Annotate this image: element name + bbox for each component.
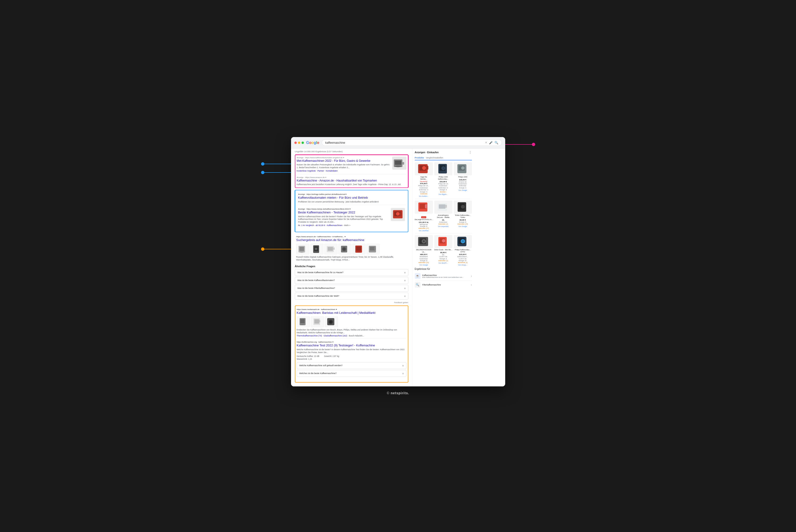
product-aromadegano-seller[interactable]: Von weparado (434, 226, 452, 227)
amazon-product-img-3 (324, 244, 338, 254)
product-philips1-price: 233,99 € (434, 180, 452, 183)
ad-links-1: Kostenlose Angebote · Partner · Kontaktd… (297, 170, 390, 172)
shop-product-delonghi[interactable]: SALE DeLonghi ECOV311.A... 131,28 € Id. … (415, 201, 433, 231)
sidebar-ads-title: Anzeigen · Einkaufen (415, 151, 439, 154)
product-philips1-seller[interactable]: Von Bigalu... (434, 193, 452, 195)
tab-products[interactable]: Produkte (415, 156, 424, 160)
shop-product-img-delonghi2 (415, 235, 433, 248)
svg-point-10 (299, 251, 304, 253)
amazon-url: https://www.amazon.de › kaffeemaschine ›… (296, 235, 407, 238)
shop-product-sage[interactable]: Sage theBarista... Neuwertig! 579,99 € P… (415, 162, 433, 197)
svg-point-28 (301, 324, 304, 325)
search-bar[interactable]: kaffeemaschine ✕ 🎤 🔍 (322, 139, 502, 146)
product-delonghi2-price: 489,93 € (415, 253, 433, 255)
svg-rect-15 (328, 247, 333, 251)
koffemachine-specs: Geräusche Kaffee: 10 dB Gewicht: 2,87 kg (297, 355, 406, 358)
close-button[interactable] (295, 141, 297, 144)
shop-product-img-delonghi (415, 201, 433, 214)
product-philips2-sub: Amazon.deKostenloserEntfernbarEnergie: A (454, 181, 472, 189)
svg-rect-9 (299, 247, 304, 251)
filter-coffee-icon: 🔍 (415, 282, 420, 288)
product-tchibo-price: 69,99 € (454, 219, 472, 221)
paa-title: Ähnliche Fragen (295, 265, 409, 268)
browser-window-controls (295, 141, 304, 144)
amazon-title[interactable]: Suchergebnis auf Amazon.de für: kaffeema… (296, 238, 407, 242)
product-delonghi2-seller[interactable]: Von Google (415, 264, 433, 266)
svg-point-61 (442, 239, 445, 243)
shop-product-philips-vollaut[interactable]: Philips Kaffeevollau... OTTO 615,00 € ka… (454, 235, 472, 266)
koffemachine-q1: Welche Kaffeemaschine soll gekauft werde… (299, 364, 343, 367)
ad-title-4[interactable]: Beste Kaffeemaschinen - Testsieger 2022 (298, 211, 389, 215)
shop-product-delonghi2[interactable]: DELONGHI EC9155 La... 489,93 € MediaMark… (415, 235, 433, 266)
koffemachine-faq-2[interactable]: Welches ist die beste Kaffeemaschine? ∨ (297, 370, 406, 377)
koffemachine-faq-1[interactable]: Welche Kaffeemaschine soll gekauft werde… (297, 362, 406, 369)
spec-weight: Gewicht: 2,87 kg (324, 355, 339, 358)
mediamarkt-title[interactable]: Kaffeemaschinen: Baristas mit Leidenscha… (297, 311, 406, 315)
kp-arrow-1: › (471, 275, 472, 278)
ad-item-1: Anzeige · https://www.kaffeevollautomate… (297, 156, 406, 174)
ad-item-3: Anzeige · https://anfrage.kaffee-partner… (297, 192, 406, 205)
shop-product-aromadegano[interactable]: AromaDegano DeLuxe... Melitta 16, Kosten… (434, 201, 452, 231)
maximize-button[interactable] (302, 141, 304, 144)
product-philips-vollaut-seller[interactable]: Von shopp... (454, 264, 472, 266)
shop-product-tchibo[interactable]: Tchibo Kaffeevollau... Tchibo 69,99 € En… (454, 201, 472, 231)
amazon-product-img-1 (296, 244, 309, 254)
paa-item-3[interactable]: Was ist die beste Filterkaffeemaschine? … (295, 285, 409, 292)
sidebar-tabs: Produkte Vergleichstabellen (415, 156, 472, 160)
mediamarkt-links: Thermokaffeemaschine (74) · Glaskaffeema… (297, 335, 406, 337)
shop-product-dolcegusto[interactable]: Dolce Gusto - Mini Me... 35,99 € Var.-13… (434, 235, 452, 266)
blue-left-border (295, 190, 295, 232)
shop-product-philips2[interactable]: Philips 2200 218,00 € Amazon.deKostenlos… (454, 162, 472, 197)
paa-question-1: Was ist die beste Kaffeemaschine für zu … (298, 271, 344, 273)
sidebar-ads-header: Anzeigen · Einkaufen ⋮ (415, 150, 472, 154)
microphone-icon[interactable]: 🎤 (489, 141, 493, 145)
paa-item-2[interactable]: Was ist die beste Kaffeevollautomaten? ∨ (295, 277, 409, 284)
amazon-product-3 (324, 244, 338, 254)
shopping-grid-row2: SALE DeLonghi ECOV311.A... 131,28 € Id. … (415, 201, 472, 231)
kp-item-kaffeemaschine[interactable]: ☕ Kaffeemaschine Eine Kaffeemaschine ist… (415, 272, 472, 281)
feedback-link[interactable]: Feedback geben (295, 301, 409, 304)
pink-border-right (408, 155, 409, 188)
mm-product-img-2 (311, 317, 324, 327)
tab-comparison[interactable]: Vergleichstabellen (426, 156, 443, 160)
product-philips2-seller[interactable]: Von Google (454, 189, 472, 191)
sale-badge-delonghi: SALE (421, 216, 426, 218)
amazon-result: https://www.amazon.de › kaffeemaschine ›… (295, 234, 409, 263)
ad-title-2[interactable]: Kaffeemaschine - Amazon.de - Haushaltsar… (297, 179, 406, 183)
mm-product-1 (297, 317, 310, 327)
ad-desc-3: Profitieren Sie von unserer persönlichen… (298, 201, 405, 204)
svg-rect-38 (426, 166, 428, 170)
amazon-product-6 (366, 244, 380, 254)
ad-title-3[interactable]: Kaffeevollautomaten mieten - Für Büro un… (298, 196, 405, 200)
kp-item-filterkaffeemaschine[interactable]: 🔍 Filterkaffeemaschine › (415, 281, 472, 289)
ad-title-1[interactable]: Met-Kaffeemaschinen 2022 - Für Büro, Gas… (297, 159, 390, 163)
chevron-down-icon-3: ∨ (404, 287, 406, 289)
spec-noise: Geräusche Kaffee: 10 dB (297, 355, 319, 358)
svg-rect-51 (445, 205, 447, 208)
blue-section: Anzeige · https://anfrage.kaffee-partner… (295, 190, 409, 232)
mediamarkt-products (297, 317, 406, 327)
annotation-line-blue2 (263, 172, 291, 173)
ad-desc-2: Kaffeemaschine jetzt bestellen! Kostenlo… (297, 183, 406, 186)
product-sage-seller[interactable]: Von Auklen... (415, 195, 433, 197)
minimize-button[interactable] (298, 141, 300, 144)
clear-icon[interactable]: ✕ (485, 141, 487, 144)
product-philips1-stars: ★★★★☆ (434, 191, 452, 193)
product-delonghi-seller[interactable]: Von JetoPlan (415, 230, 433, 231)
shop-product-philips1[interactable]: Philips 2200 Kaffeevollau... 233,99 € Ph… (434, 162, 452, 197)
product-sage-name: Sage theBarista... (415, 176, 433, 180)
product-aromadegano-price: 16, (434, 219, 452, 221)
product-dolcegusto-seller[interactable]: Von BestPr... (434, 262, 452, 264)
paa-question-3: Was ist die beste Filterkaffeemaschine? (298, 287, 335, 289)
koffemachine-title[interactable]: Kaffeemaschine Test 2022 (9) Testsieger!… (297, 344, 406, 348)
chevron-down-icon-2: ∨ (404, 279, 406, 282)
paa-item-1[interactable]: Was ist die beste Kaffeemaschine für zu … (295, 269, 409, 276)
mm-product-2 (311, 317, 324, 327)
sidebar-menu-icon[interactable]: ⋮ (469, 150, 472, 154)
page-footer: © netspirits. (291, 391, 505, 395)
svg-rect-50 (439, 204, 446, 209)
search-icon[interactable]: 🔍 (494, 141, 498, 145)
paa-item-4[interactable]: Was ist die beste Kaffeemaschine der Wel… (295, 293, 409, 300)
product-philips-vollaut-stars: ★★★★★ (3) (454, 262, 472, 264)
product-tchibo-seller[interactable]: Von Google (454, 226, 472, 227)
